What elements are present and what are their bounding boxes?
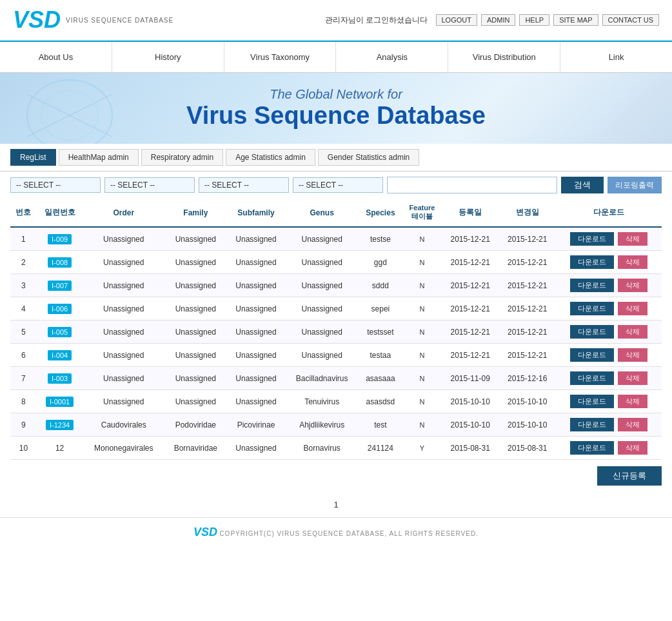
delete-button[interactable]: 삭제 bbox=[618, 348, 647, 362]
cell-mod-date: 2015-12-21 bbox=[499, 320, 556, 344]
cell-id: 12 bbox=[37, 437, 83, 460]
logout-button[interactable]: LOGOUT bbox=[436, 14, 477, 26]
footer: VSD COPYRIGHT(C) VIRUS SEQUENCE DATABASE… bbox=[0, 517, 672, 547]
cell-id: I-004 bbox=[37, 344, 83, 367]
banner: The Global Network for Virus Sequence Da… bbox=[0, 73, 672, 144]
cell-genus: Bornavirus bbox=[286, 437, 359, 460]
cell-subfamily: Unassigned bbox=[226, 344, 285, 367]
cell-actions: 다운로드 삭제 bbox=[556, 227, 662, 251]
logo-vsd: VSD bbox=[13, 6, 61, 34]
select-2[interactable]: -- SELECT -- bbox=[104, 177, 195, 193]
tab-reglist[interactable]: RegList bbox=[10, 149, 56, 166]
site-map-button[interactable]: SITE MAP bbox=[553, 14, 598, 26]
download-button[interactable]: 다운로드 bbox=[570, 348, 614, 362]
cell-species: ggd bbox=[359, 251, 402, 274]
table-row: 3 I-007 Unassigned Unassigned Unassigned… bbox=[10, 274, 662, 297]
select-1[interactable]: -- SELECT -- bbox=[10, 177, 101, 193]
cell-genus: Unassigned bbox=[286, 344, 359, 367]
delete-button[interactable]: 삭제 bbox=[618, 441, 647, 455]
cell-feature: N bbox=[402, 251, 442, 274]
nav-about-us[interactable]: About Us bbox=[0, 42, 112, 72]
cell-family: Unassigned bbox=[164, 227, 226, 251]
search-bar: -- SELECT -- -- SELECT -- -- SELECT -- -… bbox=[0, 172, 672, 199]
footer-logo: VSD bbox=[193, 526, 217, 538]
cell-mod-date: 2015-10-10 bbox=[499, 390, 556, 413]
delete-button[interactable]: 삭제 bbox=[618, 279, 647, 292]
nav-history[interactable]: History bbox=[112, 42, 224, 72]
delete-button[interactable]: 삭제 bbox=[618, 418, 647, 431]
select-3[interactable]: -- SELECT -- bbox=[199, 177, 289, 193]
tab-healthmap-admin[interactable]: HealthMap admin bbox=[59, 149, 139, 166]
download-button[interactable]: 다운로드 bbox=[570, 441, 614, 455]
cell-genus: Unassigned bbox=[286, 274, 359, 297]
cell-subfamily: Picovirinae bbox=[226, 413, 285, 437]
cell-actions: 다운로드 삭제 bbox=[556, 251, 662, 274]
cell-mod-date: 2015-12-21 bbox=[499, 274, 556, 297]
cell-family: Bornaviridae bbox=[164, 437, 226, 460]
cell-species: asasdsd bbox=[359, 390, 402, 413]
logo: VSD VIRUS SEQUENCE DATABASE bbox=[13, 6, 173, 34]
cell-reg-date: 2015-12-21 bbox=[442, 320, 499, 344]
cell-actions: 다운로드 삭제 bbox=[556, 367, 662, 390]
cell-mod-date: 2015-12-21 bbox=[499, 251, 556, 274]
col-mod-date: 변경일 bbox=[499, 199, 556, 227]
download-button[interactable]: 다운로드 bbox=[570, 371, 614, 385]
contact-us-button[interactable]: CONTACT US bbox=[602, 14, 660, 26]
table-row: 8 I-0001 Unassigned Unassigned Unassigne… bbox=[10, 390, 662, 413]
cell-family: Unassigned bbox=[164, 274, 226, 297]
delete-button[interactable]: 삭제 bbox=[618, 325, 647, 339]
select-wrap-3: -- SELECT -- bbox=[199, 177, 289, 193]
cell-order: Unassigned bbox=[83, 320, 164, 344]
delete-button[interactable]: 삭제 bbox=[618, 371, 647, 385]
pagination: 1 bbox=[0, 492, 672, 517]
report-button[interactable]: 리포링출력 bbox=[608, 177, 662, 193]
cell-feature: N bbox=[402, 297, 442, 320]
col-id: 일련번호 bbox=[37, 199, 83, 227]
nav-virus-distribution[interactable]: Virus Distribution bbox=[448, 42, 560, 72]
search-button[interactable]: 검색 bbox=[561, 177, 604, 193]
cell-subfamily: Unassigned bbox=[226, 390, 285, 413]
delete-button[interactable]: 삭제 bbox=[618, 302, 647, 315]
nav-analysis[interactable]: Analysis bbox=[336, 42, 448, 72]
new-registration-button[interactable]: 신규등록 bbox=[597, 466, 662, 486]
nav-link[interactable]: Link bbox=[560, 42, 672, 72]
cell-species: testaa bbox=[359, 344, 402, 367]
download-button[interactable]: 다운로드 bbox=[570, 418, 614, 431]
col-reg-date: 등록일 bbox=[442, 199, 499, 227]
download-button[interactable]: 다운로드 bbox=[570, 255, 614, 269]
cell-order: Unassigned bbox=[83, 344, 164, 367]
cell-feature: N bbox=[402, 274, 442, 297]
cell-species: asasaaa bbox=[359, 367, 402, 390]
admin-button[interactable]: ADMIN bbox=[481, 14, 515, 26]
cell-subfamily: Unassigned bbox=[226, 437, 285, 460]
cell-no: 8 bbox=[10, 390, 37, 413]
download-button[interactable]: 다운로드 bbox=[570, 279, 614, 292]
cell-order: Unassigned bbox=[83, 367, 164, 390]
delete-button[interactable]: 삭제 bbox=[618, 232, 647, 246]
download-button[interactable]: 다운로드 bbox=[570, 302, 614, 315]
cell-no: 1 bbox=[10, 227, 37, 251]
delete-button[interactable]: 삭제 bbox=[618, 255, 647, 269]
tab-gender-statistics-admin[interactable]: Gender Statistics admin bbox=[318, 149, 419, 166]
cell-family: Podoviridae bbox=[164, 413, 226, 437]
download-button[interactable]: 다운로드 bbox=[570, 232, 614, 246]
cell-feature: N bbox=[402, 320, 442, 344]
select-4[interactable]: -- SELECT -- bbox=[293, 177, 383, 193]
cell-subfamily: Unassigned bbox=[226, 227, 285, 251]
cell-actions: 다운로드 삭제 bbox=[556, 297, 662, 320]
cell-id: I-005 bbox=[37, 320, 83, 344]
cell-species: testsset bbox=[359, 320, 402, 344]
cell-family: Unassigned bbox=[164, 344, 226, 367]
delete-button[interactable]: 삭제 bbox=[618, 395, 647, 408]
download-button[interactable]: 다운로드 bbox=[570, 395, 614, 408]
search-input[interactable] bbox=[387, 177, 557, 193]
cell-actions: 다운로드 삭제 bbox=[556, 413, 662, 437]
help-button[interactable]: HELP bbox=[519, 14, 549, 26]
cell-reg-date: 2015-12-21 bbox=[442, 227, 499, 251]
nav-virus-taxonomy[interactable]: Virus Taxonomy bbox=[224, 42, 337, 72]
tab-respiratory-admin[interactable]: Respiratory admin bbox=[141, 149, 223, 166]
tab-age-statistics-admin[interactable]: Age Statistics admin bbox=[226, 149, 315, 166]
select-wrap-2: -- SELECT -- bbox=[104, 177, 195, 193]
table-row: 1 I-009 Unassigned Unassigned Unassigned… bbox=[10, 227, 662, 251]
download-button[interactable]: 다운로드 bbox=[570, 325, 614, 339]
